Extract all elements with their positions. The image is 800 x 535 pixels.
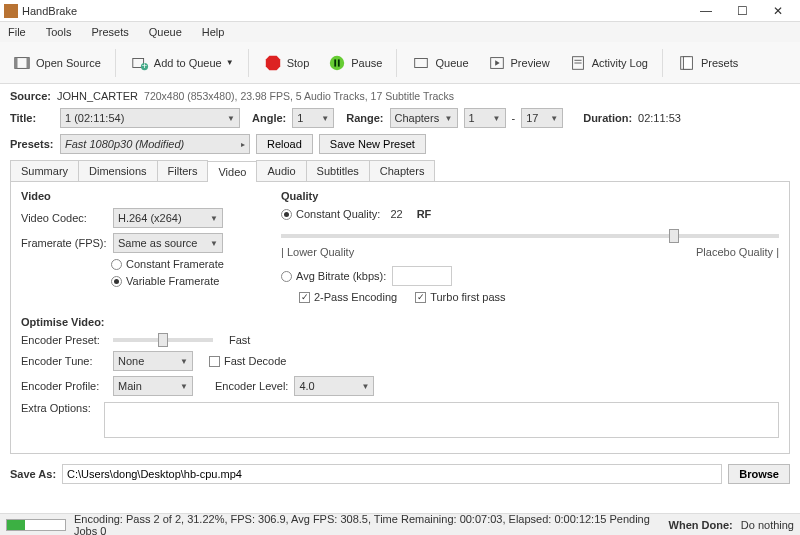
codec-label: Video Codec: (21, 212, 107, 224)
encoder-profile-select[interactable]: Main▼ (113, 376, 193, 396)
encoder-preset-slider[interactable] (113, 338, 213, 342)
play-icon (487, 53, 507, 73)
encoder-profile-value: Main (118, 380, 142, 392)
progress-fill (7, 520, 25, 530)
menu-presets[interactable]: Presets (87, 24, 132, 40)
encoder-tune-select[interactable]: None▼ (113, 351, 193, 371)
tab-chapters[interactable]: Chapters (369, 160, 436, 181)
constant-framerate-radio[interactable]: Constant Framerate (111, 258, 224, 270)
avg-bitrate-radio[interactable]: Avg Bitrate (kbps): (281, 270, 386, 282)
cq-value: 22 (390, 208, 402, 220)
add-to-queue-button[interactable]: + Add to Queue ▼ (124, 49, 240, 77)
stop-button[interactable]: Stop (257, 49, 316, 77)
queue-button[interactable]: Queue (405, 49, 474, 77)
encoder-preset-value: Fast (229, 334, 250, 346)
film-icon (12, 53, 32, 73)
checkbox-icon (209, 356, 220, 367)
maximize-button[interactable]: ☐ (724, 1, 760, 21)
avg-bitrate-input[interactable] (392, 266, 452, 286)
preview-label: Preview (511, 57, 550, 69)
constant-framerate-label: Constant Framerate (126, 258, 224, 270)
tab-video[interactable]: Video (207, 161, 257, 182)
menu-tools[interactable]: Tools (42, 24, 76, 40)
pause-icon (327, 53, 347, 73)
checkbox-icon: ✓ (299, 292, 310, 303)
presets-label: Presets: (10, 138, 54, 150)
reload-button[interactable]: Reload (256, 134, 313, 154)
tab-strip: Summary Dimensions Filters Video Audio S… (10, 160, 790, 182)
title-label: Title: (10, 112, 54, 124)
angle-select[interactable]: 1▼ (292, 108, 334, 128)
minimize-button[interactable]: — (688, 1, 724, 21)
extra-options-input[interactable] (104, 402, 779, 438)
chevron-right-icon: ▸ (241, 140, 245, 149)
chevron-down-icon: ▼ (321, 114, 329, 123)
encoder-level-select[interactable]: 4.0▼ (294, 376, 374, 396)
range-from-value: 1 (469, 112, 475, 124)
range-label: Range: (346, 112, 383, 124)
range-from-select[interactable]: 1▼ (464, 108, 506, 128)
menu-help[interactable]: Help (198, 24, 229, 40)
constant-quality-radio[interactable]: Constant Quality: (281, 208, 380, 220)
checkbox-icon: ✓ (415, 292, 426, 303)
activity-log-button[interactable]: Activity Log (562, 49, 654, 77)
codec-value: H.264 (x264) (118, 212, 182, 224)
two-pass-checkbox[interactable]: ✓ 2-Pass Encoding (299, 291, 397, 303)
preview-button[interactable]: Preview (481, 49, 556, 77)
lower-quality-label: | Lower Quality (281, 246, 354, 258)
save-as-row: Save As: Browse (0, 460, 800, 488)
duration-value: 02:11:53 (638, 112, 681, 124)
pause-button[interactable]: Pause (321, 49, 388, 77)
titlebar: HandBrake — ☐ ✕ (0, 0, 800, 22)
chevron-down-icon: ▼ (445, 114, 453, 123)
chevron-down-icon: ▼ (180, 382, 188, 391)
tab-filters[interactable]: Filters (157, 160, 209, 181)
activity-log-label: Activity Log (592, 57, 648, 69)
tab-subtitles[interactable]: Subtitles (306, 160, 370, 181)
angle-value: 1 (297, 112, 303, 124)
placebo-quality-label: Placebo Quality | (696, 246, 779, 258)
variable-framerate-radio[interactable]: Variable Framerate (111, 275, 219, 287)
range-type-select[interactable]: Chapters▼ (390, 108, 458, 128)
range-to-value: 17 (526, 112, 538, 124)
app-icon (4, 4, 18, 18)
quality-slider[interactable] (281, 234, 779, 238)
tab-summary[interactable]: Summary (10, 160, 79, 181)
presets-icon (677, 53, 697, 73)
svg-rect-2 (27, 57, 30, 68)
window-title: HandBrake (22, 5, 688, 17)
close-button[interactable]: ✕ (760, 1, 796, 21)
title-select[interactable]: 1 (02:11:54)▼ (60, 108, 240, 128)
cq-suffix: RF (417, 208, 432, 220)
slider-thumb-icon[interactable] (669, 229, 679, 243)
open-source-button[interactable]: Open Source (6, 49, 107, 77)
turbo-first-checkbox[interactable]: ✓ Turbo first pass (415, 291, 505, 303)
chevron-down-icon: ▼ (550, 114, 558, 123)
statusbar: Encoding: Pass 2 of 2, 31.22%, FPS: 306.… (0, 513, 800, 535)
browse-button[interactable]: Browse (728, 464, 790, 484)
encoder-profile-label: Encoder Profile: (21, 380, 107, 392)
preset-select[interactable]: Fast 1080p30 (Modified)▸ (60, 134, 250, 154)
range-to-select[interactable]: 17▼ (521, 108, 563, 128)
range-type-value: Chapters (395, 112, 440, 124)
presets-button[interactable]: Presets (671, 49, 744, 77)
add-queue-label: Add to Queue (154, 57, 222, 69)
chevron-down-icon: ▼ (361, 382, 369, 391)
turbo-first-label: Turbo first pass (430, 291, 505, 303)
chevron-down-icon: ▼ (210, 239, 218, 248)
tab-audio[interactable]: Audio (256, 160, 306, 181)
queue-icon (411, 53, 431, 73)
menu-queue[interactable]: Queue (145, 24, 186, 40)
stop-label: Stop (287, 57, 310, 69)
video-heading: Video (21, 190, 261, 202)
slider-thumb-icon[interactable] (158, 333, 168, 347)
tab-dimensions[interactable]: Dimensions (78, 160, 157, 181)
codec-select[interactable]: H.264 (x264)▼ (113, 208, 223, 228)
menu-file[interactable]: File (4, 24, 30, 40)
save-new-preset-button[interactable]: Save New Preset (319, 134, 426, 154)
svg-rect-8 (335, 59, 337, 66)
save-as-input[interactable] (62, 464, 722, 484)
framerate-value: Same as source (118, 237, 197, 249)
framerate-select[interactable]: Same as source▼ (113, 233, 223, 253)
fast-decode-checkbox[interactable]: Fast Decode (209, 355, 286, 367)
